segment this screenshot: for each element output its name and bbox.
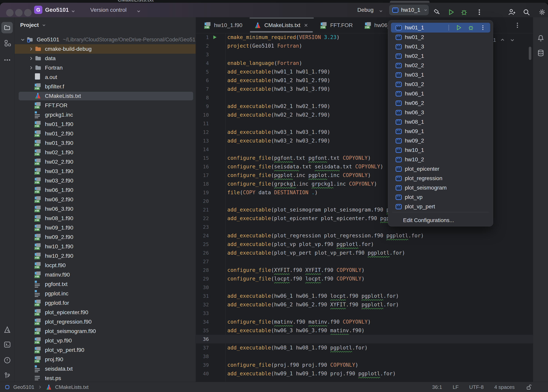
code-line-39[interactable]: 39configure_file(proj.f90 proj.f90 COPYO… xyxy=(196,361,533,369)
breadcrumb-file[interactable]: CMakeLists.txt xyxy=(55,384,89,390)
editor-tab-FFT.FOR[interactable]: FORFFT.FOR xyxy=(314,17,359,33)
run-config-item-hw09_2[interactable]: hw09_2 xyxy=(388,136,493,146)
run-config-item-plot_vp_pert[interactable]: plot_vp_pert xyxy=(388,202,493,211)
code-line-26[interactable]: 26add_executable(plot_vp_pert plot_vp_pe… xyxy=(196,249,533,257)
run-config-item-hw09_1[interactable]: hw09_1 xyxy=(388,127,493,136)
tree-row-pgplotl.for[interactable]: FORpgplotl.for xyxy=(15,298,196,308)
run-config-item-plot_regression[interactable]: plot_regression xyxy=(388,174,493,183)
code-line-27[interactable]: 27 xyxy=(196,257,533,266)
zoom-window-button[interactable] xyxy=(24,9,32,16)
run-config-item-hw03_1[interactable]: hw03_1 xyxy=(388,70,493,80)
tree-row-seisdata.txt[interactable]: seisdata.txt xyxy=(15,364,196,374)
tree-row-hw01_1.f90[interactable]: FORhw01_1.f90 xyxy=(15,119,196,129)
tree-row-plot_vp_pert.f90[interactable]: FORplot_vp_pert.f90 xyxy=(15,345,196,355)
tree-row-hw03_1.f90[interactable]: FORhw03_1.f90 xyxy=(15,167,196,176)
search-icon[interactable] xyxy=(522,8,530,16)
run-config-item-hw08_1[interactable]: hw08_1 xyxy=(388,117,493,127)
run-config-item-hw10_2[interactable]: hw10_2 xyxy=(388,155,493,164)
structure-tool-icon[interactable] xyxy=(3,39,11,47)
run-config-item-hw02_1[interactable]: hw02_1 xyxy=(388,51,493,61)
encoding-widget[interactable]: UTF-8 xyxy=(469,384,484,390)
caret-position-widget[interactable]: 36:1 xyxy=(432,384,442,390)
code-line-34[interactable]: 34configure_file(matinv.f90 matinv.f90 C… xyxy=(196,317,533,326)
code-line-36[interactable]: 36 xyxy=(196,335,533,343)
tree-row-pgfont.txt[interactable]: pgfont.txt xyxy=(15,280,196,289)
build-hammer-icon[interactable] xyxy=(433,8,441,16)
tree-row-grpckg1.inc[interactable]: grpckg1.inc xyxy=(15,110,196,119)
breadcrumb-project[interactable]: Geo5101 xyxy=(13,384,34,390)
debug-bug-icon[interactable] xyxy=(460,8,468,16)
tree-row-hw01_2.f90[interactable]: FORhw01_2.f90 xyxy=(15,129,196,138)
code-line-40[interactable]: 40add_executable(hw09_1 hw09_1.f90 proj.… xyxy=(196,369,533,378)
run-config-item-hw03_2[interactable]: hw03_2 xyxy=(388,80,493,89)
terminal-tool-icon[interactable] xyxy=(3,341,11,349)
version-control-menu[interactable]: Version control xyxy=(90,7,127,13)
project-view-header[interactable]: Project xyxy=(20,22,47,28)
tree-row-hw08_1.f90[interactable]: FORhw08_1.f90 xyxy=(15,214,196,223)
minimize-window-button[interactable] xyxy=(15,9,22,16)
edit-configurations-item[interactable]: Edit Configurations... xyxy=(403,215,454,226)
code-line-30[interactable]: 30 xyxy=(196,283,533,292)
tree-row-plot_epicenter.f90[interactable]: FORplot_epicenter.f90 xyxy=(15,308,196,317)
code-line-38[interactable]: 38 xyxy=(196,352,533,361)
tree-row-test.ps[interactable]: test.ps xyxy=(15,374,196,383)
tree-row-FFT.FOR[interactable]: FORFFT.FOR xyxy=(15,101,196,110)
tree-row-hw03_2.f90[interactable]: FORhw03_2.f90 xyxy=(15,176,196,185)
tree-row-a.out[interactable]: a.out xyxy=(15,72,196,82)
more-options-kebab-icon[interactable] xyxy=(476,8,483,16)
run-config-item-plot_vp[interactable]: plot_vp xyxy=(388,192,493,202)
project-selector[interactable]: Geo5101 xyxy=(45,7,69,13)
code-line-28[interactable]: 28configure_file(XYFIT.f90 XYFIT.f90 COP… xyxy=(196,266,533,274)
tree-row-cmake-build-debug[interactable]: cmake-build-debug xyxy=(15,44,196,54)
run-config-item-plot_seismogram[interactable]: plot_seismogram xyxy=(388,183,493,192)
tree-row-hw09_1.f90[interactable]: FORhw09_1.f90 xyxy=(15,223,196,232)
code-line-24[interactable]: 24add_executable(plot_regression plot_re… xyxy=(196,231,533,240)
tree-row-hw02_2.f90[interactable]: FORhw02_2.f90 xyxy=(15,157,196,167)
tree-row-hw01_3.f90[interactable]: FORhw01_3.f90 xyxy=(15,138,196,148)
chevron-right-icon[interactable] xyxy=(28,55,34,62)
editor-tab-hw10_1.f90[interactable]: FORhw10_1.f90 xyxy=(198,17,248,33)
code-line-33[interactable]: 33 xyxy=(196,309,533,317)
tree-row-bpfilter.f[interactable]: FORbpfilter.f xyxy=(15,82,196,91)
line-separator-widget[interactable]: LF xyxy=(453,384,459,390)
breadcrumb[interactable]: Geo5101 CMakeLists.txt xyxy=(4,382,88,392)
indent-widget[interactable]: 4 spaces xyxy=(494,384,515,390)
tree-row-locpt.f90[interactable]: FORlocpt.f90 xyxy=(15,261,196,270)
tree-row-hw10_1.f90[interactable]: FORhw10_1.f90 xyxy=(15,242,196,251)
chevron-right-icon[interactable] xyxy=(28,46,34,52)
tab-options-kebab-icon[interactable] xyxy=(514,21,521,29)
tree-row-plot_seismogram.f90[interactable]: FORplot_seismogram.f90 xyxy=(15,327,196,336)
git-branch-tool-icon[interactable] xyxy=(3,372,11,379)
build-type-selector[interactable]: Debug xyxy=(357,7,374,13)
problems-tool-icon[interactable] xyxy=(3,356,11,364)
tree-row-hw02_1.f90[interactable]: FORhw02_1.f90 xyxy=(15,148,196,157)
close-window-button[interactable] xyxy=(6,9,14,16)
code-line-35[interactable]: 35add_executable(hw06_3 hw06_3.f90 matin… xyxy=(196,326,533,335)
tree-row-hw09_2.f90[interactable]: FORhw09_2.f90 xyxy=(15,232,196,242)
chevron-down-icon[interactable] xyxy=(19,36,26,43)
tree-row-Geo5101[interactable]: Geo5101~/Library/CloudStorage/OneDrive-P… xyxy=(15,35,196,44)
more-tools-icon[interactable] xyxy=(3,56,11,64)
add-user-icon[interactable] xyxy=(508,8,515,16)
notifications-bell-icon[interactable] xyxy=(537,34,545,42)
project-tool-button[interactable] xyxy=(1,22,13,33)
run-config-item-hw02_2[interactable]: hw02_2 xyxy=(388,61,493,70)
tree-row-pgplot.inc[interactable]: pgplot.inc xyxy=(15,289,196,298)
tree-row-matinv.f90[interactable]: FORmatinv.f90 xyxy=(15,270,196,280)
run-configuration-selector[interactable]: hw10_1 xyxy=(389,5,429,15)
tree-row-hw06_2.f90[interactable]: FORhw06_2.f90 xyxy=(15,195,196,204)
tree-row-plot_regression.f90[interactable]: FORplot_regression.f90 xyxy=(15,317,196,327)
run-play-icon[interactable] xyxy=(447,8,455,16)
run-config-item-plot_epicenter[interactable]: plot_epicenter xyxy=(388,164,493,174)
tree-row-CMakeLists.txt[interactable]: CMakeLists.txt xyxy=(15,91,196,101)
debug-bug-icon[interactable] xyxy=(467,24,474,31)
chevron-right-icon[interactable] xyxy=(28,64,34,71)
run-config-item-hw01_3[interactable]: hw01_3 xyxy=(388,42,493,51)
tree-row-hw10_2.f90[interactable]: FORhw10_2.f90 xyxy=(15,251,196,261)
cmake-tool-icon[interactable] xyxy=(3,326,11,334)
run-play-icon[interactable] xyxy=(455,24,462,31)
run-config-item-hw01_2[interactable]: hw01_2 xyxy=(388,33,493,42)
tree-row-hw06_1.f90[interactable]: FORhw06_1.f90 xyxy=(15,185,196,195)
editor-tab-CMakeLists.txt[interactable]: CMakeLists.txt xyxy=(248,17,315,33)
code-line-37[interactable]: 37add_executable(hw08_1 hw08_1.f90 pgplo… xyxy=(196,343,533,352)
